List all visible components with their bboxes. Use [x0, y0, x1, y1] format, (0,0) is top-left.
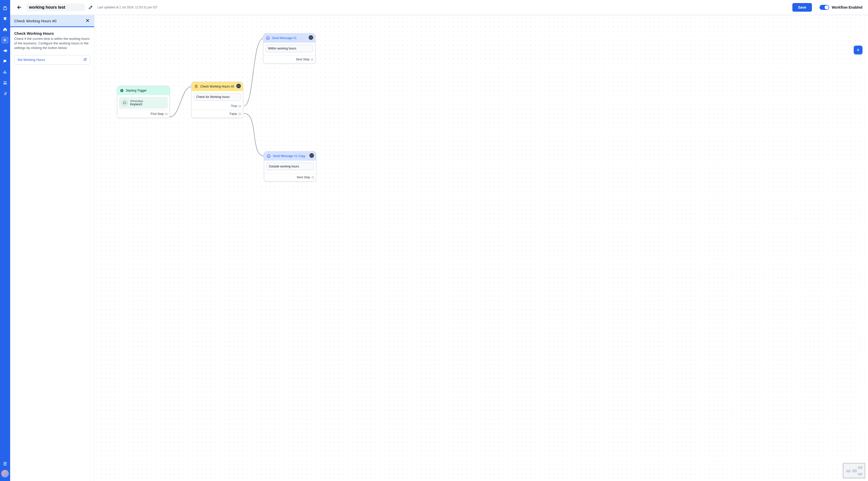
whatsapp-icon — [266, 36, 270, 40]
nav-home-icon[interactable] — [2, 26, 9, 33]
enable-toggle-label: Workflow Enabled — [832, 5, 862, 9]
save-button[interactable]: Save — [793, 3, 812, 12]
nav-grad-cap-icon[interactable] — [2, 15, 9, 22]
nav-bag-icon[interactable] — [2, 5, 9, 12]
port-false-label: False — [230, 112, 237, 116]
trigger-box[interactable]: WhatsApp Keyword — [119, 97, 167, 108]
workflow-canvas[interactable]: Starting Trigger WhatsApp Keyword Fir — [94, 15, 868, 481]
node-title: Send Message #1 — [272, 36, 297, 40]
port-true-label: True — [231, 104, 237, 108]
trigger-type: Keyword — [130, 102, 143, 106]
node-title: Starting Trigger — [126, 89, 147, 92]
nav-users-icon[interactable] — [2, 79, 9, 86]
add-node-button[interactable]: + — [854, 46, 862, 54]
svg-point-4 — [123, 101, 126, 104]
workflow-title-input[interactable] — [26, 4, 85, 11]
output-port[interactable] — [312, 176, 314, 179]
enable-toggle[interactable] — [819, 5, 829, 10]
node-send-message-1-copy[interactable]: Send Message #1 Copy ⋯ Outside working h… — [264, 151, 316, 182]
nav-megaphone-icon[interactable] — [2, 47, 9, 54]
topbar: Last updated at 2 Jul 2024, 12:53:31 pm … — [10, 0, 868, 15]
node-title: Check Working Hours #0 — [200, 85, 234, 88]
node-title: Send Message #1 Copy — [273, 154, 305, 158]
nav-chat-icon[interactable] — [2, 58, 9, 65]
panel-description: Check if the current time is within the … — [14, 36, 90, 51]
port-label: Next Step — [297, 175, 310, 179]
output-port-false[interactable] — [239, 113, 241, 115]
port-label: Next Step — [296, 58, 309, 61]
left-nav — [0, 0, 10, 481]
avatar[interactable] — [1, 470, 9, 477]
nav-analytics-icon[interactable] — [2, 68, 9, 75]
node-menu-icon[interactable]: ⋯ — [236, 84, 241, 88]
svg-point-1 — [5, 82, 7, 83]
back-button[interactable] — [16, 4, 23, 11]
trigger-channel: WhatsApp — [130, 99, 143, 102]
node-body-text: Within working hours — [266, 45, 313, 52]
output-port[interactable] — [165, 113, 167, 115]
node-menu-icon[interactable]: ⋯ — [309, 153, 314, 158]
svg-point-0 — [4, 82, 5, 83]
node-menu-icon[interactable]: ⋯ — [309, 35, 313, 40]
minimap[interactable] — [843, 463, 865, 478]
nav-bolt-icon[interactable] — [2, 36, 9, 44]
port-label: First Step — [151, 112, 164, 116]
output-port-true[interactable] — [239, 105, 241, 107]
svg-point-7 — [267, 155, 270, 158]
output-port[interactable] — [311, 58, 313, 61]
node-check-working-hours[interactable]: Check Working Hours #0 ⋯ Check for Worki… — [191, 82, 243, 118]
close-icon[interactable] — [86, 19, 90, 23]
side-panel: Check Working Hours #0 Check Working Hou… — [10, 15, 94, 481]
whatsapp-icon — [267, 154, 271, 158]
play-icon — [120, 89, 124, 93]
panel-subtitle: Check Working Hours — [14, 31, 90, 35]
node-body-text: Check for Working hours — [194, 93, 241, 101]
edit-icon[interactable] — [88, 5, 93, 10]
svg-point-6 — [267, 36, 270, 39]
set-working-hours-link[interactable]: Set Working Hours — [14, 55, 90, 65]
node-send-message-1[interactable]: Send Message #1 ⋯ Within working hours N… — [263, 33, 315, 63]
set-working-hours-label: Set Working Hours — [18, 58, 45, 62]
clock-icon — [194, 85, 198, 89]
nav-doc-icon[interactable] — [2, 460, 9, 467]
whatsapp-icon — [122, 100, 128, 106]
node-body-text: Outside working hours — [266, 163, 314, 170]
panel-title: Check Working Hours #0 — [14, 19, 56, 23]
external-link-icon — [84, 58, 87, 62]
nav-gear-icon[interactable] — [2, 90, 9, 97]
node-starting-trigger[interactable]: Starting Trigger WhatsApp Keyword Fir — [117, 86, 170, 118]
last-updated-text: Last updated at 2 Jul 2024, 12:53:31 pm … — [97, 6, 158, 9]
